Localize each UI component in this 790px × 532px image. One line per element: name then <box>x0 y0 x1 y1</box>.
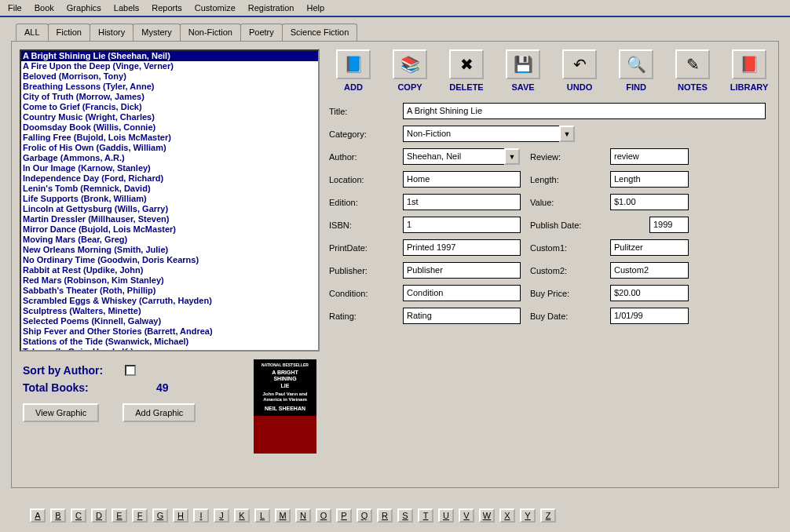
list-item[interactable]: Rabbit at Rest (Updike, John) <box>21 265 318 275</box>
menu-labels[interactable]: Labels <box>109 2 144 14</box>
list-item[interactable]: Come to Grief (Francis, Dick) <box>21 102 318 112</box>
list-item[interactable]: Life Supports (Bronk, William) <box>21 194 318 204</box>
copy-button[interactable]: 📚COPY <box>389 49 431 92</box>
alpha-l[interactable]: L <box>254 508 270 523</box>
library-button[interactable]: 📕LIBRARY <box>728 49 770 92</box>
tab-non-fiction[interactable]: Non-Fiction <box>180 24 241 41</box>
alpha-f[interactable]: F <box>132 508 148 523</box>
list-item[interactable]: Mirror Dance (Bujold, Lois McMaster) <box>21 224 318 235</box>
list-item[interactable]: New Orleans Morning (Smith, Julie) <box>21 245 318 255</box>
sort-by-author-checkbox[interactable] <box>125 365 136 376</box>
alpha-o[interactable]: O <box>316 508 331 523</box>
alpha-k[interactable]: K <box>234 508 250 523</box>
list-item[interactable]: Lincoln at Gettysburg (Wills, Garry) <box>21 204 318 214</box>
edition-input[interactable]: 1st <box>403 194 521 210</box>
notes-button[interactable]: ✎NOTES <box>671 49 714 92</box>
list-item[interactable]: Moving Mars (Bear, Greg) <box>21 235 318 245</box>
alpha-b[interactable]: B <box>50 508 66 523</box>
list-item[interactable]: Ship Fever and Other Stories (Barrett, A… <box>21 326 318 337</box>
add-button[interactable]: 📘ADD <box>332 49 375 92</box>
list-item[interactable]: City of Truth (Morrow, James) <box>21 92 318 102</box>
tab-fiction[interactable]: Fiction <box>48 24 90 41</box>
review-input[interactable]: review <box>610 148 689 165</box>
condition-input[interactable]: Condition <box>403 285 521 301</box>
delete-button[interactable]: ✖DELETE <box>445 49 488 92</box>
alpha-a[interactable]: A <box>30 508 46 523</box>
buyprice-input[interactable]: $20.00 <box>610 285 689 301</box>
alpha-z[interactable]: Z <box>540 508 556 523</box>
list-item[interactable]: Breathing Lessons (Tyler, Anne) <box>21 82 318 92</box>
tab-science-fiction[interactable]: Science Fiction <box>282 24 358 41</box>
alpha-n[interactable]: N <box>295 508 311 523</box>
alpha-p[interactable]: P <box>336 508 352 523</box>
alpha-d[interactable]: D <box>91 508 107 523</box>
tab-mystery[interactable]: Mystery <box>133 24 181 41</box>
menu-customize[interactable]: Customize <box>190 2 240 14</box>
alpha-m[interactable]: M <box>275 508 291 523</box>
list-item[interactable]: In Our Image (Karnow, Stanley) <box>21 163 318 173</box>
alpha-s[interactable]: S <box>397 508 413 523</box>
chevron-down-icon[interactable]: ▼ <box>559 126 575 142</box>
custom2-input[interactable]: Custom2 <box>610 262 689 279</box>
title-input[interactable]: A Bright Shining Lie <box>403 103 766 119</box>
add-graphic-button[interactable]: Add Graphic <box>123 403 196 422</box>
list-item[interactable]: Sculptress (Walters, Minette) <box>21 306 318 316</box>
alpha-i[interactable]: I <box>193 508 209 523</box>
list-item[interactable]: Garbage (Ammons, A.R.) <box>21 153 318 163</box>
length-input[interactable]: Length <box>610 171 689 188</box>
alpha-v[interactable]: V <box>459 508 474 523</box>
list-item[interactable]: Red Mars (Robinson, Kim Stanley) <box>21 275 318 286</box>
alpha-u[interactable]: U <box>438 508 454 523</box>
alpha-x[interactable]: X <box>499 508 515 523</box>
menu-reports[interactable]: Reports <box>147 2 187 14</box>
list-item[interactable]: Falling Free (Bujold, Lois McMaster) <box>21 133 318 143</box>
tab-all[interactable]: ALL <box>16 24 49 41</box>
rating-input[interactable]: Rating <box>403 308 521 324</box>
list-item[interactable]: Scrambled Eggs & Whiskey (Carruth, Hayde… <box>21 296 318 306</box>
alpha-c[interactable]: C <box>71 508 86 523</box>
publisher-input[interactable]: Publisher <box>403 262 521 279</box>
tab-history[interactable]: History <box>90 24 133 41</box>
save-button[interactable]: 💾SAVE <box>502 49 544 92</box>
buydate-input[interactable]: 1/01/99 <box>610 308 689 324</box>
list-item[interactable]: Sabbath's Theater (Roth, Phillip) <box>21 286 318 296</box>
author-select[interactable]: Sheehan, Neil <box>403 148 505 165</box>
isbn-input[interactable]: 1 <box>403 217 521 233</box>
list-item[interactable]: A Bright Shining Lie (Sheehan, Neil) <box>21 51 318 61</box>
book-list[interactable]: A Bright Shining Lie (Sheehan, Neil)A Fi… <box>20 49 320 352</box>
alpha-j[interactable]: J <box>214 508 229 523</box>
alpha-g[interactable]: G <box>152 508 168 523</box>
tab-poetry[interactable]: Poetry <box>240 24 283 41</box>
list-item[interactable]: Selected Poems (Kinnell, Galway) <box>21 316 318 326</box>
list-item[interactable]: Independence Day (Ford, Richard) <box>21 173 318 184</box>
menu-registration[interactable]: Registration <box>243 2 299 14</box>
list-item[interactable]: No Ordinary Time (Goodwin, Doris Kearns) <box>21 255 318 265</box>
pubdate-input[interactable]: 1999 <box>649 217 689 233</box>
menu-help[interactable]: Help <box>302 2 329 14</box>
category-select[interactable]: Non-Fiction <box>403 126 560 142</box>
list-item[interactable]: Martin Dressler (Millhauser, Steven) <box>21 214 318 224</box>
menu-book[interactable]: Book <box>30 2 59 14</box>
view-graphic-button[interactable]: View Graphic <box>23 403 99 422</box>
alpha-w[interactable]: W <box>479 508 495 523</box>
list-item[interactable]: Frolic of His Own (Gaddis, William) <box>21 143 318 153</box>
alpha-y[interactable]: Y <box>520 508 536 523</box>
menu-file[interactable]: File <box>3 2 27 14</box>
list-item[interactable]: Lenin's Tomb (Remnick, David) <box>21 184 318 194</box>
printdate-input[interactable]: Printed 1997 <box>403 239 521 256</box>
alpha-q[interactable]: Q <box>357 508 372 523</box>
list-item[interactable]: Doomsday Book (Willis, Connie) <box>21 122 318 133</box>
list-item[interactable]: Country Music (Wright, Charles) <box>21 112 318 122</box>
custom1-input[interactable]: Pulitzer <box>610 239 689 256</box>
undo-button[interactable]: ↶UNDO <box>558 49 601 92</box>
location-input[interactable]: Home <box>403 171 521 188</box>
alpha-t[interactable]: T <box>418 508 433 523</box>
alpha-r[interactable]: R <box>377 508 393 523</box>
alpha-h[interactable]: H <box>173 508 188 523</box>
menu-graphics[interactable]: Graphics <box>62 2 106 14</box>
list-item[interactable]: A Fire Upon the Deep (Vinge, Verner) <box>21 61 318 71</box>
list-item[interactable]: Beloved (Morrison, Tony) <box>21 71 318 82</box>
chevron-down-icon[interactable]: ▼ <box>504 148 520 165</box>
value-input[interactable]: $1.00 <box>610 194 689 210</box>
alpha-e[interactable]: E <box>112 508 127 523</box>
